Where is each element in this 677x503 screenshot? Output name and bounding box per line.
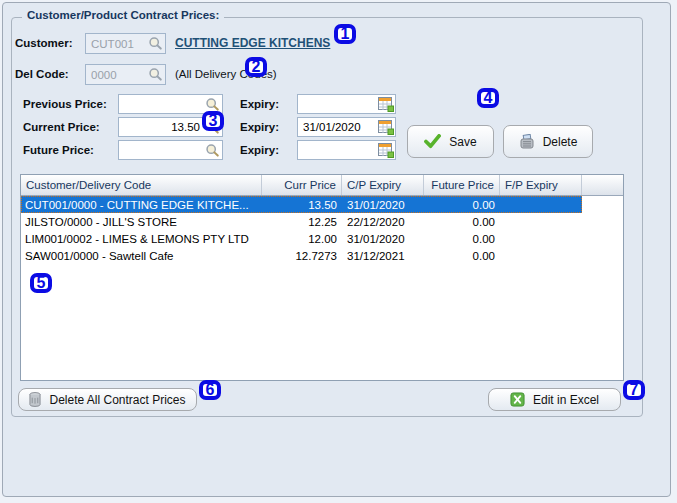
customer-lookup-magnifier-icon[interactable] <box>147 36 164 52</box>
delete-button[interactable]: Delete <box>503 125 593 158</box>
cell-code: JILSTO/0000 - JILL'S STORE <box>21 216 262 228</box>
annotation-mark-5: 5 <box>30 273 52 293</box>
cell-code: CUT001/0000 - CUTTING EDGE KITCHE... <box>21 199 262 211</box>
customer-name-link[interactable]: CUTTING EDGE KITCHENS <box>175 36 330 50</box>
annotation-mark-1: 1 <box>334 24 356 44</box>
cell-curr-price: 12.25 <box>262 216 342 228</box>
cell-future-price: 0.00 <box>424 199 500 211</box>
trash-bin-icon <box>29 392 41 407</box>
current-expiry-label: Expiry: <box>240 121 279 133</box>
previous-expiry-field <box>297 94 396 114</box>
column-header-cp-expiry[interactable]: C/P Expiry <box>342 175 424 195</box>
column-header-curr-price[interactable]: Curr Price <box>262 175 342 195</box>
annotation-mark-3: 3 <box>202 111 224 131</box>
contract-prices-screen: Customer/Product Contract Prices: Custom… <box>0 0 677 503</box>
groupbox-title: Customer/Product Contract Prices: <box>22 9 224 21</box>
table-row[interactable]: JILSTO/0000 - JILL'S STORE 12.25 22/12/2… <box>21 213 582 230</box>
future-price-field <box>118 140 223 160</box>
previous-expiry-calendar-icon[interactable] <box>377 96 394 112</box>
cell-future-price: 0.00 <box>424 250 500 262</box>
future-expiry-label: Expiry: <box>240 144 279 156</box>
delete-all-button-label: Delete All Contract Prices <box>49 393 185 407</box>
cell-code: SAW001/0000 - Sawtell Cafe <box>21 250 262 262</box>
current-expiry-calendar-icon[interactable] <box>377 119 394 135</box>
column-header-customer-delivery-code[interactable]: Customer/Delivery Code <box>21 175 262 195</box>
column-header-filler <box>582 175 623 195</box>
current-price-label: Current Price: <box>23 121 100 133</box>
edit-in-excel-button[interactable]: Edit in Excel <box>488 388 621 411</box>
cell-curr-price: 12.00 <box>262 233 342 245</box>
cell-curr-price: 12.7273 <box>262 250 342 262</box>
annotation-mark-7: 7 <box>623 380 645 400</box>
cell-cp-expiry: 31/01/2020 <box>342 233 424 245</box>
cell-future-price: 0.00 <box>424 216 500 228</box>
excel-icon <box>510 392 525 407</box>
cell-cp-expiry: 31/12/2021 <box>342 250 424 262</box>
cell-curr-price: 13.50 <box>262 199 342 211</box>
column-header-fp-expiry[interactable]: F/P Expiry <box>500 175 582 195</box>
table-row[interactable]: CUT001/0000 - CUTTING EDGE KITCHE... 13.… <box>21 196 582 213</box>
shredder-icon <box>519 134 535 150</box>
previous-price-label: Previous Price: <box>23 98 107 110</box>
previous-price-lookup-magnifier-icon[interactable] <box>204 96 221 112</box>
green-check-icon <box>424 134 441 149</box>
annotation-mark-2: 2 <box>245 57 267 77</box>
del-code-label: Del Code: <box>15 68 69 80</box>
future-expiry-calendar-icon[interactable] <box>377 142 394 158</box>
column-header-future-price[interactable]: Future Price <box>424 175 500 195</box>
table-row[interactable]: LIM001/0002 - LIMES & LEMONS PTY LTD 12.… <box>21 230 582 247</box>
table-row[interactable]: SAW001/0000 - Sawtell Cafe 12.7273 31/12… <box>21 247 582 264</box>
future-expiry-field <box>297 140 396 160</box>
customer-label: Customer: <box>15 37 73 49</box>
future-price-lookup-magnifier-icon[interactable] <box>204 142 221 158</box>
future-price-label: Future Price: <box>23 144 94 156</box>
previous-expiry-label: Expiry: <box>240 98 279 110</box>
delete-all-contract-prices-button[interactable]: Delete All Contract Prices <box>18 388 197 411</box>
edit-in-excel-button-label: Edit in Excel <box>533 393 599 407</box>
cell-future-price: 0.00 <box>424 233 500 245</box>
contract-prices-table: Customer/Delivery Code Curr Price C/P Ex… <box>20 174 624 381</box>
delete-button-label: Delete <box>543 135 578 149</box>
cell-cp-expiry: 22/12/2020 <box>342 216 424 228</box>
annotation-mark-6: 6 <box>199 380 221 400</box>
contract-prices-window: Customer/Product Contract Prices: Custom… <box>2 2 671 497</box>
save-button-label: Save <box>449 135 476 149</box>
current-expiry-field <box>297 117 396 137</box>
del-code-lookup-magnifier-icon[interactable] <box>147 67 164 83</box>
customer-field <box>85 33 166 54</box>
del-code-field <box>85 64 166 85</box>
table-header-row: Customer/Delivery Code Curr Price C/P Ex… <box>21 175 623 196</box>
cell-code: LIM001/0002 - LIMES & LEMONS PTY LTD <box>21 233 262 245</box>
save-button[interactable]: Save <box>407 125 494 158</box>
cell-cp-expiry: 31/01/2020 <box>342 199 424 211</box>
annotation-mark-4: 4 <box>477 88 499 108</box>
